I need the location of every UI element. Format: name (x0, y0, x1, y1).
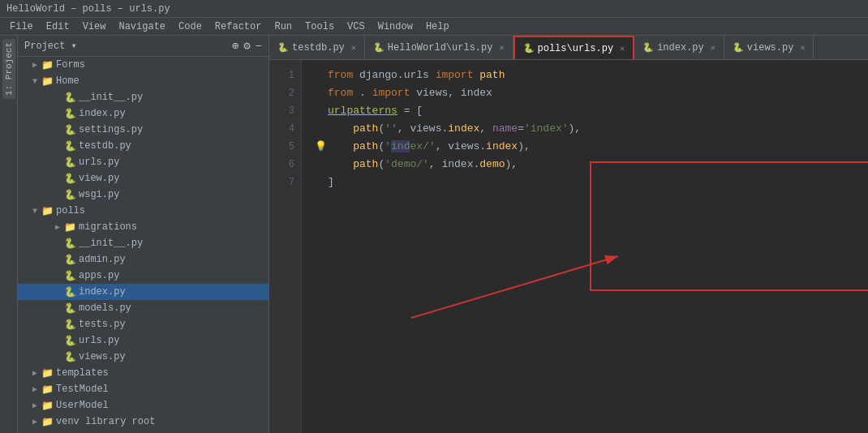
list-item[interactable]: 🐍 apps.py (18, 268, 269, 284)
tree-item-label: UserModel (56, 400, 109, 411)
code-line-3: urlpatterns = [ (315, 102, 855, 120)
tree-item-label: templates (56, 367, 109, 379)
urlpatterns-var[interactable]: urlpatterns (328, 102, 397, 120)
main-layout: 1: Project Project ▾ ⊕ ⚙ − ▶ 📁 Forms ▼ 📁… (0, 36, 868, 433)
list-item[interactable]: 🐍 view.py (18, 170, 269, 186)
tree-item-label: tests.py (79, 319, 126, 330)
project-tab-label[interactable]: 1: Project (2, 39, 15, 99)
folder-icon: 📁 (41, 384, 54, 396)
file-tree-header-left: Project ▾ (24, 40, 77, 52)
list-item[interactable]: ▶ 📁 UserModel (18, 397, 269, 414)
list-item[interactable]: 🐍 index.py (18, 105, 269, 122)
menu-help[interactable]: Help (419, 18, 456, 35)
tab-close-icon[interactable]: ✕ (711, 43, 715, 53)
chevron-right-icon: ▶ (29, 368, 41, 378)
list-item[interactable]: 🐍 __init__.py (18, 235, 269, 251)
python-file-icon: 🐍 (63, 238, 76, 250)
python-file-icon: 🐍 (63, 189, 76, 201)
python-file-icon: 🐍 (63, 254, 76, 266)
python-file-icon: 🐍 (63, 351, 76, 363)
list-item[interactable]: ▶ 📁 templates (18, 365, 269, 381)
list-item[interactable]: 🐍 wsgi.py (18, 186, 269, 203)
tab-views[interactable]: 🐍 views.py ✕ (724, 36, 814, 60)
python-file-icon: 🐍 (733, 42, 744, 53)
tab-index[interactable]: 🐍 index.py ✕ (634, 36, 724, 60)
list-item[interactable]: 🐍 models.py (18, 300, 269, 316)
gutter-marker (315, 102, 328, 120)
tab-close-icon[interactable]: ✕ (499, 43, 504, 53)
code-editor[interactable]: 1 2 3 4 5 6 7 from django.urls import pa… (269, 60, 868, 433)
list-item[interactable]: ▶ 📁 venv library root (18, 414, 269, 430)
list-item[interactable]: 🐍 testdb.py (18, 138, 269, 154)
python-file-icon: 🐍 (63, 173, 76, 185)
minimize-icon[interactable]: − (256, 40, 262, 53)
tab-polls-urls[interactable]: 🐍 polls\urls.py ✕ (513, 36, 635, 60)
python-file-icon: 🐍 (523, 43, 535, 54)
list-item[interactable]: ▼ 📁 Home (18, 73, 269, 89)
folder-icon: 📁 (41, 205, 54, 217)
code-content[interactable]: from django.urls import path from . impo… (302, 60, 868, 433)
str-index: 'index' (524, 120, 569, 138)
tab-close-icon[interactable]: ✕ (620, 44, 625, 54)
gutter-marker (315, 66, 328, 84)
line-number: 7 (269, 174, 301, 191)
list-item[interactable]: 🐍 settings.py (18, 122, 269, 138)
tab-close-icon[interactable]: ✕ (800, 43, 805, 53)
menu-tools[interactable]: Tools (299, 18, 341, 35)
menu-vcs[interactable]: VCS (341, 18, 372, 35)
list-item[interactable]: ▶ 📁 TestModel (18, 381, 269, 397)
tree-item-label: urls.py (79, 156, 119, 168)
menu-run[interactable]: Run (268, 18, 299, 35)
menu-navigate[interactable]: Navigate (112, 18, 172, 35)
list-item[interactable]: ▶ 📁 migrations (18, 219, 269, 235)
tree-item-label: testdb.py (79, 140, 131, 152)
chevron-down-icon: ▼ (29, 207, 41, 216)
menu-file[interactable]: File (3, 18, 40, 35)
list-item[interactable]: 🐍 index.py (18, 284, 269, 300)
file-tree-header-icons: ⊕ ⚙ − (232, 39, 262, 53)
tab-close-icon[interactable]: ✕ (351, 43, 356, 53)
tab-helloworld-urls[interactable]: 🐍 HelloWorld\urls.py ✕ (365, 36, 513, 60)
tree-item-label: migrations (79, 221, 137, 233)
tree-item-label: settings.py (79, 124, 143, 135)
list-item[interactable]: 🐍 __init__.py (18, 89, 269, 105)
menu-view[interactable]: View (76, 18, 113, 35)
locate-icon[interactable]: ⊕ (232, 39, 238, 53)
menu-code[interactable]: Code (172, 18, 208, 35)
gutter-marker (315, 120, 328, 138)
gutter-marker (315, 156, 328, 174)
list-item[interactable]: 🐍 urls.py (18, 154, 269, 170)
list-item[interactable]: ▼ 📁 polls (18, 203, 269, 219)
folder-icon: 📁 (41, 75, 54, 88)
gutter-marker (315, 174, 328, 191)
tree-item-label: TestModel (56, 384, 109, 395)
side-tab[interactable]: 1: Project (0, 36, 18, 433)
title-bar: HelloWorld – polls – urls.py (0, 0, 868, 18)
chevron-right-icon: ▶ (29, 60, 41, 70)
str-index-path: 'index/' (385, 138, 435, 156)
fn-path-2: path (353, 138, 378, 156)
tab-label: index.py (657, 42, 704, 54)
python-file-icon: 🐍 (277, 42, 289, 53)
menu-window[interactable]: Window (372, 18, 419, 35)
python-file-icon: 🐍 (63, 140, 76, 152)
code-line-4: path ( '' , views. index , name = 'index… (315, 120, 855, 138)
tree-item-label: wsgi.py (79, 189, 119, 200)
list-item[interactable]: 🐍 admin.py (18, 251, 269, 268)
gutter-marker (315, 84, 328, 102)
tab-testdb[interactable]: 🐍 testdb.py ✕ (269, 36, 365, 60)
lightbulb-icon: 💡 (315, 138, 328, 156)
list-item[interactable]: 🐍 views.py (18, 349, 269, 365)
settings-icon[interactable]: ⚙ (243, 39, 250, 53)
code-line-1: from django.urls import path (315, 66, 855, 84)
python-file-icon: 🐍 (63, 270, 76, 282)
menu-edit[interactable]: Edit (40, 18, 76, 35)
tree-item-label: admin.py (79, 254, 126, 265)
tree-item-label: Forms (56, 59, 85, 71)
list-item[interactable]: ▶ 📁 Forms (18, 57, 269, 73)
python-file-icon: 🐍 (63, 302, 76, 315)
menu-refactor[interactable]: Refactor (208, 18, 269, 35)
list-item[interactable]: 🐍 urls.py (18, 332, 269, 349)
list-item[interactable]: 🐍 tests.py (18, 316, 269, 332)
project-label: Project ▾ (24, 40, 77, 52)
